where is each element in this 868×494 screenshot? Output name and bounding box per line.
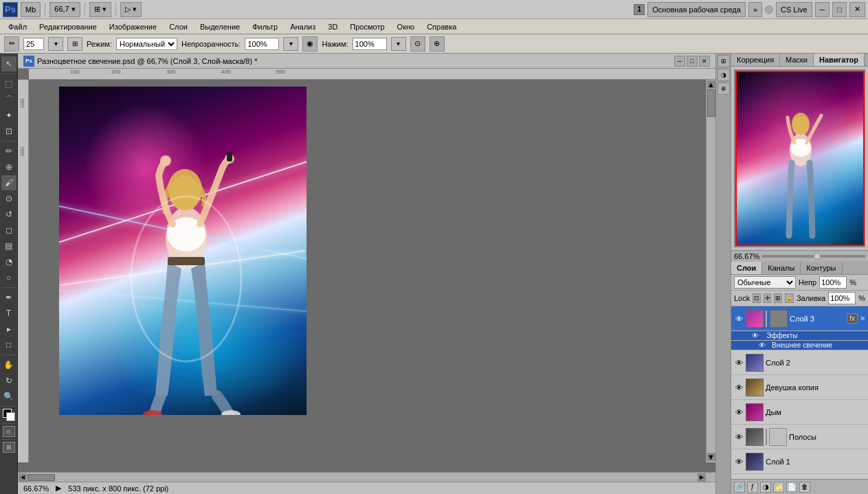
fill-input[interactable] bbox=[828, 292, 856, 304]
zoom-slider[interactable] bbox=[762, 255, 865, 258]
layer-style-btn[interactable]: ƒ bbox=[747, 482, 758, 493]
tool-brush[interactable]: 🖌 bbox=[1, 175, 16, 190]
outer-glow-eye[interactable]: 👁 bbox=[759, 341, 766, 349]
tool-move[interactable]: ↖ bbox=[1, 56, 16, 71]
tab-channels[interactable]: Каналы bbox=[762, 262, 801, 274]
layer-mask-btn[interactable]: ◑ bbox=[760, 482, 771, 493]
tool-rotate-view[interactable]: ↻ bbox=[1, 373, 16, 388]
layer3-mask-thumbnail[interactable] bbox=[770, 310, 788, 328]
layer-item-layer3[interactable]: 👁 Слой 3 fx ✕ bbox=[731, 306, 868, 331]
girl-visibility-toggle[interactable]: 👁 bbox=[734, 383, 744, 392]
menu-window[interactable]: Окно bbox=[392, 21, 421, 32]
layers-opacity-input[interactable] bbox=[819, 276, 847, 289]
hscrollbar[interactable]: ◀ ▶ bbox=[18, 472, 715, 482]
mb-button[interactable]: Mb bbox=[21, 2, 41, 17]
lock-pixels-btn[interactable]: ⊡ bbox=[753, 293, 761, 303]
layers-blend-select[interactable]: Обычные bbox=[734, 276, 796, 289]
layer-item-dym[interactable]: 👁 Дым bbox=[731, 400, 868, 425]
lock-position-btn[interactable]: ✛ bbox=[764, 293, 772, 303]
extras-btn[interactable]: ▷ ▾ bbox=[120, 2, 142, 17]
vscroll-down-btn[interactable]: ▼ bbox=[707, 453, 715, 461]
menu-view[interactable]: Просмотр bbox=[344, 21, 390, 32]
close-btn[interactable]: ✕ bbox=[849, 2, 865, 17]
effects-eye[interactable]: 👁 bbox=[752, 332, 759, 339]
airbrush-icon[interactable]: ◉ bbox=[302, 36, 318, 52]
canvas-image-container[interactable] bbox=[59, 87, 307, 415]
blend-mode-select[interactable]: Нормальный bbox=[116, 38, 177, 50]
opacity-stepper[interactable]: ▾ bbox=[283, 37, 298, 51]
tool-gradient[interactable]: ▤ bbox=[1, 238, 16, 254]
layer3-effects-group[interactable]: 👁 Эффекты bbox=[731, 331, 868, 341]
nav-viewport-rect[interactable] bbox=[735, 71, 865, 246]
menu-3d[interactable]: 3D bbox=[322, 21, 343, 32]
canvas-minimize-btn[interactable]: ─ bbox=[674, 56, 685, 67]
menu-select[interactable]: Выделение bbox=[194, 21, 245, 32]
correction-icon[interactable]: ⊞ bbox=[717, 55, 730, 67]
menu-file[interactable]: Файл bbox=[3, 21, 32, 32]
hscroll-right-btn[interactable]: ▶ bbox=[698, 473, 706, 482]
tool-history[interactable]: ↺ bbox=[1, 207, 16, 222]
screen-mode-btn[interactable]: ⊞ bbox=[3, 442, 15, 453]
tool-zoom[interactable]: 🔍 bbox=[1, 389, 16, 404]
view-mode-btn[interactable]: ⊞ ▾ bbox=[89, 2, 111, 17]
tool-shape[interactable]: □ bbox=[1, 337, 16, 352]
cs-live-btn[interactable]: CS Live bbox=[776, 2, 812, 17]
flow-input[interactable] bbox=[353, 38, 387, 50]
layer-item-layer2[interactable]: 👁 Слой 2 bbox=[731, 350, 868, 375]
new-group-btn[interactable]: 📁 bbox=[773, 482, 784, 493]
brush-size-down[interactable]: ▾ bbox=[48, 37, 63, 51]
lock-move-btn[interactable]: ⊞ bbox=[774, 293, 782, 303]
menu-layers[interactable]: Слои bbox=[164, 21, 193, 32]
tool-lasso[interactable]: ⌒ bbox=[1, 92, 16, 107]
opacity-input[interactable] bbox=[245, 38, 279, 50]
layer-item-layer1[interactable]: 👁 Слой 1 bbox=[731, 449, 868, 474]
workspace-expand[interactable]: » bbox=[748, 2, 762, 17]
canvas-restore-btn[interactable]: □ bbox=[687, 56, 698, 67]
minimize-btn[interactable]: ─ bbox=[815, 2, 830, 17]
zoom-slider-thumb[interactable] bbox=[814, 253, 821, 260]
tab-navigator[interactable]: Навигатор bbox=[814, 54, 865, 66]
layer3-fx-badge[interactable]: fx bbox=[847, 313, 858, 324]
tab-layers[interactable]: Слои bbox=[731, 262, 762, 274]
brush-picker-btn[interactable]: ⊞ bbox=[67, 37, 82, 51]
brush-size-input[interactable] bbox=[23, 38, 44, 50]
layer-item-girl[interactable]: 👁 Девушка копия bbox=[731, 375, 868, 400]
tab-correction[interactable]: Коррекция bbox=[731, 54, 780, 66]
vscrollbar[interactable]: ▲ ▼ bbox=[706, 80, 715, 462]
lock-all-btn[interactable]: 🔒 bbox=[785, 293, 794, 303]
tool-eraser[interactable]: ◻ bbox=[1, 223, 16, 238]
brush-tool-icon[interactable]: ✏ bbox=[4, 36, 19, 52]
dym-visibility-toggle[interactable]: 👁 bbox=[734, 407, 744, 417]
menu-help[interactable]: Справка bbox=[421, 21, 462, 32]
menu-image[interactable]: Изображение bbox=[104, 21, 162, 32]
workspace-name[interactable]: Основная рабочая среда bbox=[647, 2, 746, 17]
clone-source-icon[interactable]: ⊕ bbox=[430, 36, 445, 52]
vscroll-thumb[interactable] bbox=[707, 89, 715, 117]
panel-anchor[interactable]: ⊕ bbox=[717, 82, 730, 95]
flow-stepper[interactable]: ▾ bbox=[391, 37, 406, 51]
hscroll-thumb[interactable] bbox=[27, 474, 55, 481]
foreground-color[interactable] bbox=[3, 409, 15, 421]
zoom-display[interactable]: 66,7 ▾ bbox=[49, 2, 80, 17]
tab-masks[interactable]: Маски bbox=[780, 54, 814, 66]
menu-analyze[interactable]: Анализ bbox=[285, 21, 321, 32]
layer2-visibility-toggle[interactable]: 👁 bbox=[734, 358, 744, 368]
tool-marquee[interactable]: ⬚ bbox=[1, 76, 16, 91]
polosi-visibility-toggle[interactable]: 👁 bbox=[734, 432, 744, 442]
hscroll-left-btn[interactable]: ◀ bbox=[19, 473, 27, 482]
mask-icon[interactable]: ◑ bbox=[717, 69, 730, 81]
canvas-scroll-area[interactable]: 100 200 300 400 500 100 200 bbox=[18, 69, 715, 472]
new-layer-btn[interactable]: 📄 bbox=[786, 482, 797, 493]
layer-item-polosi[interactable]: 👁 Полосы bbox=[731, 425, 868, 449]
layer-link-btn[interactable]: 🔗 bbox=[734, 482, 745, 493]
menu-filter[interactable]: Фильтр bbox=[247, 21, 283, 32]
quick-mask-btn[interactable]: ⊙ bbox=[3, 426, 15, 437]
tool-text[interactable]: T bbox=[1, 306, 16, 321]
tablet-pressure-icon[interactable]: ⊙ bbox=[410, 36, 425, 52]
tool-quickselect[interactable]: ✦ bbox=[1, 108, 16, 123]
tool-crop[interactable]: ⊡ bbox=[1, 124, 16, 139]
vscroll-up-btn[interactable]: ▲ bbox=[707, 80, 715, 89]
tool-pen[interactable]: ✒ bbox=[1, 290, 16, 305]
tool-hand[interactable]: ✋ bbox=[1, 357, 16, 372]
tool-healer[interactable]: ⊕ bbox=[1, 159, 16, 175]
